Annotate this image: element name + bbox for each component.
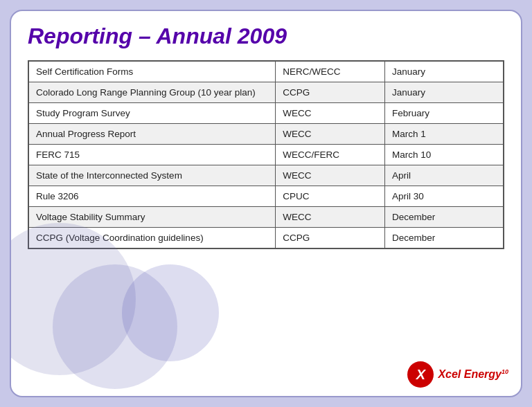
report-table: Self Certification FormsNERC/WECCJanuary… bbox=[28, 60, 504, 249]
logo-brand: Xcel Energy10 bbox=[438, 368, 508, 380]
table-row: Self Certification FormsNERC/WECCJanuary bbox=[28, 61, 504, 82]
bg-decoration-3 bbox=[122, 264, 219, 361]
table-row: Voltage Stability SummaryWECCDecember bbox=[28, 207, 504, 228]
row-org: WECC bbox=[276, 165, 385, 186]
slide-container: Reporting – Annual 2009 Self Certificati… bbox=[10, 10, 522, 397]
slide-title: Reporting – Annual 2009 bbox=[28, 24, 504, 49]
row-name: Colorado Long Range Planning Group (10 y… bbox=[28, 82, 276, 103]
row-org: WECC/FERC bbox=[276, 145, 385, 165]
row-date: April 30 bbox=[384, 186, 504, 207]
row-org: CPUC bbox=[276, 186, 385, 207]
row-org: WECC bbox=[276, 207, 385, 228]
row-org: NERC/WECC bbox=[276, 61, 385, 82]
row-date: March 1 bbox=[384, 124, 504, 145]
table-row: Annual Progress ReportWECCMarch 1 bbox=[28, 124, 504, 145]
row-name: FERC 715 bbox=[28, 145, 276, 165]
row-name: Rule 3206 bbox=[28, 186, 276, 207]
logo-icon: X bbox=[407, 361, 434, 388]
row-org: WECC bbox=[276, 124, 385, 145]
row-org: WECC bbox=[276, 103, 385, 124]
row-date: April bbox=[384, 165, 504, 186]
table-row: Colorado Long Range Planning Group (10 y… bbox=[28, 82, 504, 103]
table-row: Rule 3206CPUCApril 30 bbox=[28, 186, 504, 207]
row-date: December bbox=[384, 207, 504, 228]
logo-text-block: Xcel Energy10 bbox=[438, 368, 508, 381]
table-row: FERC 715WECC/FERCMarch 10 bbox=[28, 145, 504, 165]
logo-sup: 10 bbox=[502, 368, 508, 375]
row-org: CCPG bbox=[276, 82, 385, 103]
table-row: Study Program SurveyWECCFebruary bbox=[28, 103, 504, 124]
row-date: March 10 bbox=[384, 145, 504, 165]
logo-symbol: X bbox=[416, 367, 425, 383]
row-org: CCPG bbox=[276, 228, 385, 249]
row-date: December bbox=[384, 228, 504, 249]
row-date: January bbox=[384, 82, 504, 103]
row-name: State of the Interconnected System bbox=[28, 165, 276, 186]
table-row: State of the Interconnected SystemWECCAp… bbox=[28, 165, 504, 186]
row-name: Study Program Survey bbox=[28, 103, 276, 124]
row-name: Annual Progress Report bbox=[28, 124, 276, 145]
row-name: Self Certification Forms bbox=[28, 61, 276, 82]
row-date: January bbox=[384, 61, 504, 82]
row-date: February bbox=[384, 103, 504, 124]
logo-area: X Xcel Energy10 bbox=[407, 361, 508, 388]
